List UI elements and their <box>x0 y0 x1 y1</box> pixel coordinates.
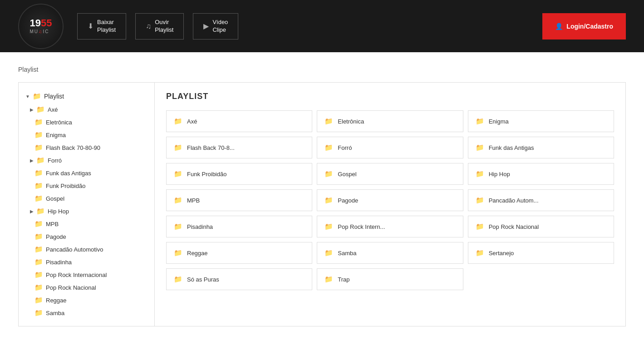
logo[interactable]: 1955 MU♫IC <box>18 4 64 49</box>
sidebar-item-poprock-nac[interactable]: 📁 Pop Rock Nacional <box>19 281 154 294</box>
forro-folder-icon: 📁 <box>36 156 45 164</box>
sidebar-item-reggae[interactable]: 📁 Reggae <box>19 294 154 306</box>
axe-arrow-icon: ▶ <box>30 107 34 112</box>
playlist-card[interactable]: 📁Samba <box>317 242 463 264</box>
enigma-label: Enigma <box>46 132 66 138</box>
video-clipe-button[interactable]: ▶ Vídeo Clipe <box>193 13 238 40</box>
video-label: Vídeo <box>212 19 228 26</box>
pisadinha-folder-icon: 📁 <box>34 258 43 266</box>
flashback-label: Flash Back 70-80-90 <box>46 144 100 151</box>
poprock-inter-folder-icon: 📁 <box>34 271 43 279</box>
card-folder-icon: 📁 <box>174 117 182 125</box>
card-folder-icon: 📁 <box>174 275 182 283</box>
forro-arrow-icon: ▶ <box>30 158 34 163</box>
playlist-title: PLAYLIST <box>166 92 614 101</box>
playlist-card[interactable]: 📁Flash Back 70-8... <box>166 137 312 158</box>
card-folder-icon: 📁 <box>174 170 182 178</box>
card-folder-icon: 📁 <box>324 275 333 283</box>
sidebar-item-forro[interactable]: ▶ 📁 Forró <box>19 154 154 167</box>
root-arrow-icon: ▼ <box>25 94 30 99</box>
card-label: Samba <box>338 250 356 257</box>
card-folder-icon: 📁 <box>174 249 182 257</box>
playlist-card[interactable]: 📁Eletrônica <box>317 110 463 132</box>
sidebar-item-hiphop[interactable]: ▶ 📁 Hip Hop <box>19 205 154 217</box>
card-label: Só as Puras <box>187 276 219 283</box>
sidebar-item-pisadinha[interactable]: 📁 Pisadinha <box>19 256 154 268</box>
sidebar-item-pagode[interactable]: 📁 Pagode <box>19 230 154 243</box>
playlist-card[interactable]: 📁Funk Proibidão <box>166 163 312 185</box>
pisadinha-label: Pisadinha <box>46 259 72 266</box>
playlist-card[interactable]: 📁Axé <box>166 110 312 132</box>
pagode-label: Pagode <box>46 233 66 240</box>
mpb-label: MPB <box>46 221 59 227</box>
playlist-card[interactable]: 📁Funk das Antigas <box>468 137 614 158</box>
sidebar-item-samba[interactable]: 📁 Samba <box>19 306 154 319</box>
card-folder-icon: 📁 <box>324 222 333 231</box>
card-label: Hip Hop <box>489 171 510 178</box>
sidebar-item-enigma[interactable]: 📁 Enigma <box>19 128 154 141</box>
sidebar-item-gospel[interactable]: 📁 Gospel <box>19 192 154 205</box>
playlist-card[interactable]: 📁Pop Rock Intern... <box>317 216 463 237</box>
playlist-card[interactable]: 📁Só as Puras <box>166 268 312 290</box>
logo-sub: MU♫IC <box>30 29 52 34</box>
poprock-inter-label: Pop Rock Internacional <box>46 272 107 278</box>
main-area: ▼ 📁 Playlist ▶ 📁 Axé 📁 Eletrônica 📁 Enig… <box>18 82 626 326</box>
card-label: Gospel <box>338 171 356 178</box>
hiphop-label: Hip Hop <box>48 208 69 215</box>
breadcrumb: Playlist <box>18 66 626 73</box>
playlist-card[interactable]: 📁Enigma <box>468 110 614 132</box>
playlist-card[interactable]: 📁Pop Rock Nacional <box>468 216 614 237</box>
playlist-card[interactable]: 📁Pisadinha <box>166 216 312 237</box>
sidebar-item-poprock-inter[interactable]: 📁 Pop Rock Internacional <box>19 268 154 281</box>
playlist-card[interactable]: 📁Reggae <box>166 242 312 264</box>
axe-folder-icon: 📁 <box>36 105 45 114</box>
hiphop-folder-icon: 📁 <box>36 207 45 215</box>
poprock-nac-folder-icon: 📁 <box>34 283 43 292</box>
playlist-card[interactable]: 📁Trap <box>317 268 463 290</box>
card-folder-icon: 📁 <box>476 249 484 257</box>
playlist-card[interactable]: 📁Hip Hop <box>468 163 614 185</box>
card-label: Reggae <box>187 250 208 257</box>
forro-label: Forró <box>48 157 62 164</box>
baixar-label: Baixar <box>97 19 114 26</box>
user-icon: 👤 <box>555 23 563 30</box>
sidebar-item-axe[interactable]: ▶ 📁 Axé <box>19 103 154 116</box>
sidebar-item-flashback[interactable]: 📁 Flash Back 70-80-90 <box>19 141 154 154</box>
sidebar-item-funk-antigas[interactable]: 📁 Funk das Antigas <box>19 167 154 179</box>
card-label: Pop Rock Intern... <box>338 223 385 230</box>
sidebar-item-eletronica[interactable]: 📁 Eletrônica <box>19 116 154 128</box>
playlist-card[interactable]: 📁Forró <box>317 137 463 158</box>
card-label: Funk das Antigas <box>489 144 534 151</box>
card-folder-icon: 📁 <box>476 222 484 231</box>
card-label: Eletrônica <box>338 118 364 125</box>
playlist-card[interactable]: 📁MPB <box>166 189 312 211</box>
card-label: Pisadinha <box>187 223 213 230</box>
card-folder-icon: 📁 <box>476 196 484 204</box>
playlist-card[interactable]: 📁Pancadão Autom... <box>468 189 614 211</box>
header: 1955 MU♫IC ⬇ Baixar Playlist ♫ Ouvir Pla… <box>0 0 644 52</box>
card-label: Funk Proibidão <box>187 171 226 178</box>
card-folder-icon: 📁 <box>324 143 333 152</box>
sidebar-item-mpb[interactable]: 📁 MPB <box>19 217 154 230</box>
pancadao-folder-icon: 📁 <box>34 245 43 253</box>
card-folder-icon: 📁 <box>324 196 333 204</box>
sidebar: ▼ 📁 Playlist ▶ 📁 Axé 📁 Eletrônica 📁 Enig… <box>19 83 155 326</box>
sidebar-item-funk-proibidao[interactable]: 📁 Funk Proibidão <box>19 179 154 192</box>
playlist-card[interactable]: 📁Sertanejo <box>468 242 614 264</box>
login-button[interactable]: 👤 Login/Cadastro <box>542 13 626 40</box>
ouvir-playlist-button[interactable]: ♫ Ouvir Playlist <box>135 13 184 40</box>
samba-label: Samba <box>46 310 64 316</box>
card-label: Enigma <box>489 118 509 125</box>
playlist-card[interactable]: 📁Pagode <box>317 189 463 211</box>
samba-folder-icon: 📁 <box>34 309 43 317</box>
gospel-folder-icon: 📁 <box>34 194 43 203</box>
playlist-card[interactable]: 📁Gospel <box>317 163 463 185</box>
content: Playlist ▼ 📁 Playlist ▶ 📁 Axé 📁 Eletrôni… <box>0 52 644 341</box>
card-label: MPB <box>187 197 200 204</box>
flashback-folder-icon: 📁 <box>34 143 43 152</box>
ouvir-label: Ouvir <box>155 19 169 26</box>
card-label: Pop Rock Nacional <box>489 223 539 230</box>
baixar-playlist-button[interactable]: ⬇ Baixar Playlist <box>77 13 126 40</box>
sidebar-root-item[interactable]: ▼ 📁 Playlist <box>19 89 154 103</box>
sidebar-item-pancadao[interactable]: 📁 Pancadão Automotivo <box>19 243 154 256</box>
